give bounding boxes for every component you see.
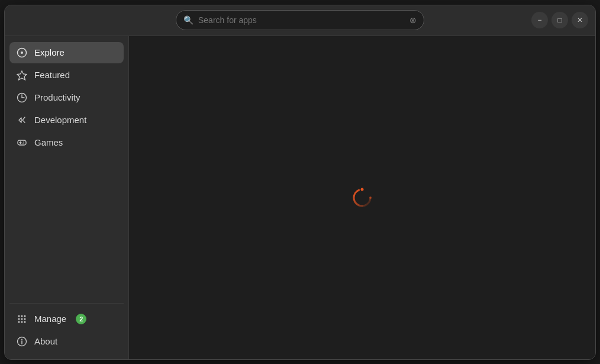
svg-point-22 [21,339,22,340]
svg-marker-2 [17,71,27,80]
svg-point-15 [21,318,23,320]
svg-point-16 [24,318,26,320]
sidebar-item-label-manage: Manage [34,314,66,324]
svg-point-9 [23,141,24,143]
minimize-button[interactable]: − [531,12,548,28]
svg-point-10 [22,143,24,144]
svg-point-13 [24,315,26,317]
clear-search-icon[interactable]: ⊗ [409,15,417,25]
sidebar-item-about[interactable]: About [9,331,124,352]
titlebar: 🔍 ⊗ − □ ✕ [5,5,595,36]
sidebar-item-games[interactable]: Games [9,132,124,153]
manage-icon [17,314,27,324]
sidebar-item-development[interactable]: Development [9,109,124,131]
sidebar-item-featured[interactable]: Featured [9,65,124,86]
svg-point-17 [18,321,20,323]
svg-point-26 [362,205,363,207]
content-area [129,36,595,359]
svg-point-18 [21,321,23,323]
games-icon [17,137,27,148]
sidebar-item-label-featured: Featured [34,70,70,80]
search-icon: 🔍 [183,15,193,25]
svg-point-12 [21,315,23,317]
svg-point-23 [354,189,370,206]
about-icon [17,336,27,347]
sidebar-item-manage[interactable]: Manage 2 [9,308,124,330]
loading-spinner [351,187,373,208]
main-content: Explore Featured [5,36,595,359]
svg-point-1 [21,51,23,54]
sidebar-item-label-productivity: Productivity [34,92,80,102]
maximize-button[interactable]: □ [551,12,568,28]
development-icon [17,115,27,125]
sidebar-item-label-explore: Explore [34,47,64,57]
close-button[interactable]: ✕ [572,12,588,28]
sidebar-item-explore[interactable]: Explore [9,42,124,63]
sidebar-item-label-development: Development [34,115,86,125]
search-input[interactable] [198,15,405,25]
sidebar-item-label-games: Games [34,137,63,147]
spinner [351,187,373,208]
search-bar[interactable]: 🔍 ⊗ [176,10,424,30]
sidebar-bottom: Manage 2 About [9,303,124,353]
svg-rect-6 [18,140,26,145]
sidebar: Explore Featured [5,36,129,359]
svg-point-19 [24,321,26,323]
window-controls: − □ ✕ [531,12,588,28]
svg-point-24 [361,188,364,191]
svg-point-25 [369,197,372,199]
sidebar-item-label-about: About [34,336,57,346]
nav-items: Explore Featured [9,42,124,303]
app-window: 🔍 ⊗ − □ ✕ Explore [4,5,596,360]
featured-icon [17,70,27,80]
sidebar-item-productivity[interactable]: Productivity [9,87,124,108]
svg-point-11 [18,315,20,317]
explore-icon [17,47,27,58]
productivity-icon [17,92,27,103]
manage-badge: 2 [76,314,86,324]
svg-point-14 [18,318,20,320]
